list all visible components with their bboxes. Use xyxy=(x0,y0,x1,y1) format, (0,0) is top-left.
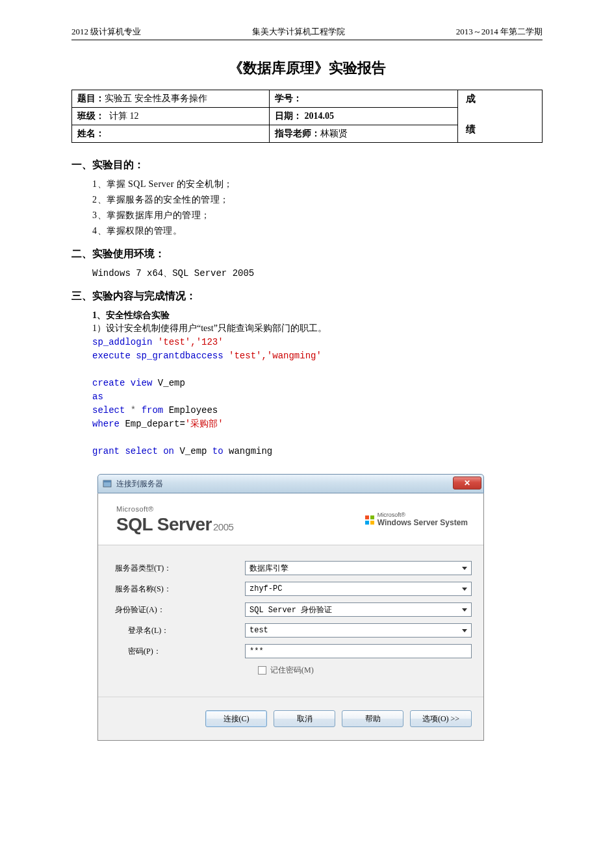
row-auth: 身份验证(A)： SQL Server 身份验证 xyxy=(115,602,472,617)
svg-rect-3 xyxy=(370,515,374,519)
code-str: '采购部' xyxy=(185,419,224,429)
topic-label: 题目： xyxy=(77,93,105,103)
code-kw: where xyxy=(92,419,120,429)
dialog-title-text: 连接到服务器 xyxy=(116,478,163,490)
remember-row: 记住密码(M) xyxy=(258,665,472,676)
auth-dropdown[interactable]: SQL Server 身份验证 xyxy=(245,602,472,617)
server-name-label: 服务器名称(S)： xyxy=(115,584,245,595)
code-ident: Employees xyxy=(163,405,218,415)
pwd-label: 密码(P)： xyxy=(128,646,245,657)
section-2-heading: 二、实验使用环境： xyxy=(71,247,543,261)
options-button[interactable]: 选项(O) >> xyxy=(410,710,472,727)
server-name-value: zhyf-PC xyxy=(249,584,282,593)
app-icon xyxy=(102,478,112,489)
code-kw: execute sp_grantdbaccess xyxy=(92,351,229,361)
code-ident: V_emp xyxy=(152,378,185,388)
row-login: 登录名(L)： test xyxy=(115,623,472,638)
chevron-down-icon xyxy=(462,629,467,632)
class-label: 班级： xyxy=(77,111,105,121)
logo-sql: SQL Server xyxy=(116,514,212,534)
row-server-name: 服务器名称(S)： zhyf-PC xyxy=(115,582,472,596)
topic-value: 实验五 安全性及事务操作 xyxy=(105,93,207,103)
section-3-sub: 1、安全性综合实验 xyxy=(92,310,543,321)
code-kw: sp_addlogin xyxy=(92,337,158,347)
date-label: 日期： xyxy=(275,111,302,121)
logo-year: 2005 xyxy=(213,521,233,532)
teacher-value: 林颖贤 xyxy=(320,129,348,138)
header-right: 2013～2014 年第二学期 xyxy=(456,26,543,38)
svg-rect-4 xyxy=(365,521,369,525)
code-kw: from xyxy=(142,405,164,415)
code-str: 'test','wangming' xyxy=(229,351,322,361)
dialog-banner: Microsoft® SQL Server2005 Microsoft® Win… xyxy=(98,493,483,545)
grade-top: 成 xyxy=(466,93,537,105)
s1-item-3: 3、掌握数据库用户的管理； xyxy=(92,210,543,221)
s1-item-4: 4、掌握权限的管理。 xyxy=(92,225,543,237)
login-value: test xyxy=(249,626,268,635)
code-ident: wangming xyxy=(224,446,273,456)
row-password: 密码(P)： *** xyxy=(115,644,472,658)
section-1-body: 1、掌握 SQL Server 的安全机制； 2、掌握服务器的安全性的管理； 3… xyxy=(92,179,543,237)
header-left: 2012 级计算机专业 xyxy=(71,26,141,38)
auth-value: SQL Server 身份验证 xyxy=(249,604,332,615)
s1-item-1: 1、掌握 SQL Server 的安全机制； xyxy=(92,179,543,190)
section-3-task: 1）设计安全机制使得用户“test”只能查询采购部门的职工。 xyxy=(92,323,543,334)
code-kw: view xyxy=(131,378,153,388)
svg-rect-2 xyxy=(365,515,369,519)
remember-label: 记住密码(M) xyxy=(270,665,314,676)
code-kw: select xyxy=(92,405,131,415)
class-value: 计算 12 xyxy=(109,111,139,121)
sql-code-block: sp_addlogin 'test','123' execute sp_gran… xyxy=(92,336,543,458)
cancel-button[interactable]: 取消 xyxy=(274,710,335,727)
row-server-type: 服务器类型(T)： 数据库引擎 xyxy=(115,561,472,575)
svg-rect-1 xyxy=(103,480,111,482)
dialog-body: Microsoft® SQL Server2005 Microsoft® Win… xyxy=(97,493,484,741)
chevron-down-icon xyxy=(462,588,467,591)
remember-checkbox[interactable] xyxy=(258,666,266,675)
help-button[interactable]: 帮助 xyxy=(342,710,403,727)
login-label: 登录名(L)： xyxy=(128,625,245,636)
server-type-dropdown[interactable]: 数据库引擎 xyxy=(245,561,472,575)
button-row: 连接(C) 取消 帮助 选项(O) >> xyxy=(98,697,483,732)
environment-text: Windows 7 x64、SQL Server 2005 xyxy=(92,267,543,279)
pwd-value: *** xyxy=(249,647,264,656)
code-kw: grant select on xyxy=(92,446,174,456)
auth-label: 身份验证(A)： xyxy=(115,604,245,615)
page-header: 2012 级计算机专业 集美大学计算机工程学院 2013～2014 年第二学期 xyxy=(71,26,543,40)
password-input[interactable]: *** xyxy=(245,644,472,658)
wss-microsoft: Microsoft® xyxy=(377,512,468,518)
sid-label: 学号： xyxy=(275,93,302,103)
s1-item-2: 2、掌握服务器的安全性的管理； xyxy=(92,194,543,206)
sql-server-logo: Microsoft® SQL Server2005 xyxy=(116,505,233,535)
code-kw: create xyxy=(92,378,131,388)
code-kw: to xyxy=(212,446,224,456)
chevron-down-icon xyxy=(462,567,467,570)
server-type-label: 服务器类型(T)： xyxy=(115,563,245,574)
grade-bottom: 绩 xyxy=(466,123,537,136)
section-3-heading: 三、实验内容与完成情况： xyxy=(71,290,543,303)
wss-text: Windows Server System xyxy=(377,518,468,527)
connect-button[interactable]: 连接(C) xyxy=(205,710,267,727)
code-ident: V_emp xyxy=(174,446,212,456)
date-value: 2014.05 xyxy=(305,111,335,121)
server-type-value: 数据库引擎 xyxy=(249,563,288,574)
name-label: 姓名： xyxy=(77,129,105,138)
dialog-titlebar[interactable]: 连接到服务器 ✕ xyxy=(97,474,484,493)
close-button[interactable]: ✕ xyxy=(453,477,481,490)
connect-dialog: 连接到服务器 ✕ Microsoft® SQL Server2005 Micro… xyxy=(97,474,484,741)
login-dropdown[interactable]: test xyxy=(245,623,472,638)
section-1-heading: 一、实验目的： xyxy=(71,158,543,172)
code-sym: * xyxy=(131,405,142,415)
teacher-label: 指导老师： xyxy=(275,129,320,138)
doc-title: 《数据库原理》实验报告 xyxy=(71,58,543,78)
windows-flag-icon xyxy=(365,515,375,525)
code-str: 'test','123' xyxy=(158,337,224,347)
windows-server-system-logo: Microsoft® Windows Server System xyxy=(365,512,468,527)
svg-rect-5 xyxy=(370,521,374,525)
info-table: 题目：实验五 安全性及事务操作 学号： 成 绩 班级： 计算 12 日期： 20… xyxy=(71,90,543,143)
form-area: 服务器类型(T)： 数据库引擎 服务器名称(S)： zhyf-PC 身份验证(A… xyxy=(98,545,483,681)
header-center: 集美大学计算机工程学院 xyxy=(252,26,345,38)
logo-microsoft: Microsoft® xyxy=(116,505,233,513)
code-ident: Emp_depart= xyxy=(120,419,185,429)
server-name-dropdown[interactable]: zhyf-PC xyxy=(245,582,472,596)
